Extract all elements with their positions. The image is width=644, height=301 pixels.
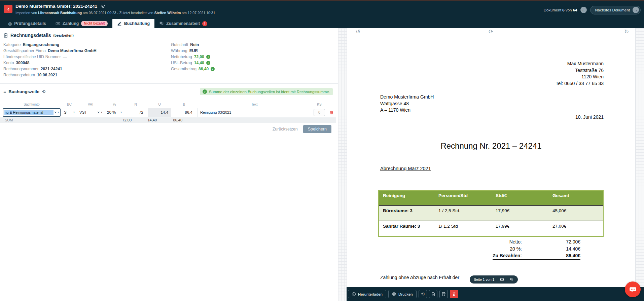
history-icon: ⟲	[421, 292, 425, 297]
invoice-recipient-block: Max Mustermann Teststraße 76 1120 Wien T…	[556, 61, 604, 87]
bc-select[interactable]: S ▾	[63, 110, 76, 114]
sum-label: SUM	[5, 118, 13, 122]
sachkonto-selected-text: ng & Reinigungsmaterial	[4, 110, 53, 115]
zoom-in-icon	[510, 277, 514, 281]
invoice-table-row: Sanitär Räume: 3 1/ 1,2 Std 17,99€ 27,00…	[379, 221, 603, 236]
tab-bar: ◎ Prüfungsdetails Zahlung Nicht bezahlt …	[0, 19, 644, 28]
field-label: Rechnungsnummer	[3, 67, 39, 71]
field-label: Gesamtbetrag	[171, 67, 196, 71]
delete-document-button[interactable]	[450, 290, 458, 298]
details-left-column: KategorieEingangsrechnung Geschäftspartn…	[3, 42, 97, 78]
info-icon[interactable]: i	[206, 55, 210, 59]
field-label: Rechnungsdatum	[3, 73, 35, 77]
collaboration-icon	[159, 21, 164, 26]
invoice-sender-block: Demo Musterfirma GmbH Wattgasse 48 A – 1…	[380, 94, 434, 114]
invoice-table-header: Reinigung Personen/Std Std/€ Gesamt	[379, 191, 603, 205]
previous-document-button[interactable]: ←	[580, 7, 587, 13]
print-icon	[392, 292, 396, 296]
download-icon	[352, 292, 356, 296]
column-header-ks: KS	[314, 103, 325, 106]
field-value: —	[63, 54, 67, 59]
print-button[interactable]: Drucken	[388, 290, 417, 298]
field-value: EUR	[189, 48, 198, 53]
section-divider	[0, 83, 338, 84]
zoom-button[interactable]	[507, 277, 516, 282]
chat-widget-button[interactable]	[625, 281, 641, 297]
b-input[interactable]: 86,4	[173, 110, 195, 114]
back-icon: ‹	[7, 6, 9, 12]
trash-icon	[329, 110, 334, 115]
info-icon[interactable]: i	[211, 67, 215, 71]
text-input[interactable]: Reinigung 03/2021	[197, 108, 312, 117]
field-value: Eingangsrechnung	[23, 42, 59, 47]
field-label: Konto	[3, 61, 14, 65]
import-source: Libraconsult Buchhaltung	[38, 11, 82, 15]
document-toolbar: Herunterladen Drucken ⟲	[347, 287, 644, 301]
delete-row-button[interactable]	[327, 110, 336, 115]
export-document-button[interactable]	[439, 290, 448, 298]
fit-page-button[interactable]	[497, 277, 507, 282]
signature-icon[interactable]	[101, 4, 106, 8]
info-icon[interactable]: i	[206, 61, 210, 65]
column-header-bc: BC	[63, 103, 76, 106]
audit-icon: ◎	[8, 21, 12, 26]
vat-chevron-icon: ▾	[101, 111, 102, 114]
column-header-b: B	[173, 103, 195, 106]
tab-pruefungsdetails[interactable]: ◎ Prüfungsdetails	[3, 19, 51, 28]
arrow-right-icon: →	[633, 7, 639, 13]
sum-validation-badge: ✓ Summe der einzelnen Buchungszeilen ist…	[200, 88, 333, 95]
refresh-button[interactable]: ⟳	[489, 29, 493, 35]
percent-select[interactable]: 20 % ▾	[106, 110, 123, 114]
booking-section-title: Buchungszeile	[8, 89, 39, 94]
payment-icon	[56, 21, 60, 26]
fit-page-icon	[500, 277, 504, 281]
n-input[interactable]: 72	[125, 110, 146, 114]
details-right-column: GutschriftNein WährungEUR Nettobetrag72,…	[171, 42, 215, 72]
sachkonto-chevron-icon[interactable]: ▾	[58, 111, 59, 114]
verify-document-button[interactable]	[429, 290, 437, 298]
download-button[interactable]: Herunterladen	[348, 290, 386, 298]
reset-button[interactable]: Zurücksetzen	[273, 127, 298, 131]
total-amount: 86,40	[199, 67, 209, 71]
column-header-sachkonto: Sachkonto	[3, 103, 61, 106]
sum-u: 14,40	[135, 118, 157, 122]
tab-zusammenarbeit[interactable]: Zusammenarbeit !	[154, 19, 212, 28]
back-button[interactable]: ‹	[4, 5, 12, 13]
field-value: 2021-24241	[41, 67, 62, 71]
sum-n: 72,00	[111, 118, 132, 122]
sum-b: 86,40	[160, 118, 182, 122]
trash-icon	[452, 292, 456, 296]
tab-zahlung[interactable]: Zahlung Nicht bezahlt	[51, 19, 112, 28]
tab-buchhaltung[interactable]: Buchhaltung	[112, 19, 154, 28]
bc-chevron-icon: ▾	[73, 111, 75, 114]
invoice-title: Rechnung Nr. 2021 – 24241	[347, 141, 635, 151]
page-title: Demo Musterfirma GmbH: 2021-24241	[15, 4, 97, 9]
invoice-totals: Netto:72,00€ 20 %:14,40€ Zu Bezahlen:86,…	[380, 238, 580, 260]
field-label: USt.-Betrag	[171, 61, 192, 65]
invoice-footer-text: Zahlung ohne Abzüge nach Erhalt der	[380, 275, 459, 280]
panel-divider	[338, 28, 347, 301]
app-window: ‹ Demo Musterfirma GmbH: 2021-24241 Impo…	[0, 0, 644, 301]
document-history-button[interactable]: ⟲	[419, 290, 427, 298]
sachkonto-clear-icon[interactable]: ×	[55, 111, 57, 114]
vat-select[interactable]: VST × ▾	[78, 110, 104, 114]
payment-status-badge: Nicht bezahlt	[81, 21, 107, 26]
hamburger-icon: ≡	[3, 89, 6, 94]
ks-input[interactable]: 0	[314, 109, 325, 116]
invoice-table-row: Büroräume: 3 1 / 2,5 Std. 17,99€ 45,00€	[379, 205, 603, 221]
save-button[interactable]: Speichern	[303, 125, 331, 133]
column-header-vat: VAT	[78, 103, 104, 106]
booking-column-headers: Sachkonto BC VAT % N U B Text KS	[3, 103, 336, 106]
booking-history-icon[interactable]: ⟲	[42, 89, 45, 94]
rotate-left-button[interactable]: ↺	[356, 29, 360, 35]
chat-bubble-icon	[629, 286, 637, 294]
column-header-n: N	[125, 103, 146, 106]
sum-row: SUM 72,00 14,40 86,40	[0, 117, 336, 123]
sachkonto-combobox[interactable]: ng & Reinigungsmaterial × ▾	[3, 108, 61, 117]
vat-clear-icon[interactable]: ×	[98, 111, 100, 114]
document-counter: Dokument 6 von 64	[544, 8, 577, 12]
rotate-right-button[interactable]: ↻	[624, 29, 629, 35]
next-document-button[interactable]: Nächstes Dokument →	[590, 6, 641, 14]
edit-details-link[interactable]: (bearbeiten)	[53, 33, 74, 37]
check-circle-icon: ✓	[203, 89, 207, 94]
